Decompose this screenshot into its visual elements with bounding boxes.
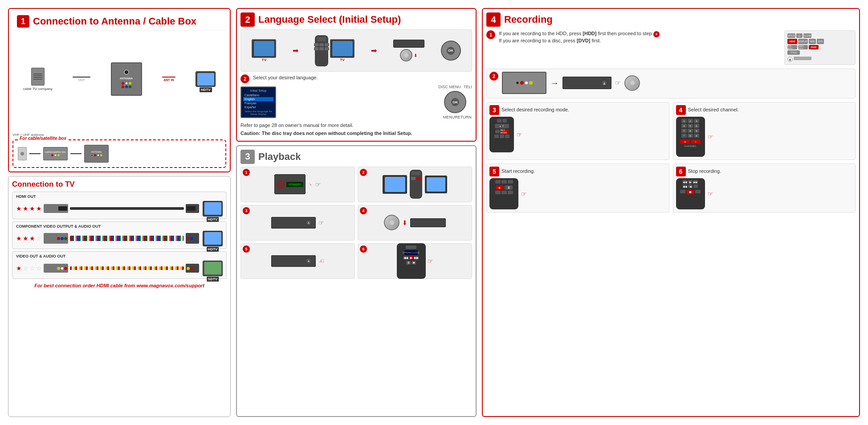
- disc-menu-label: DISC MENU: [787, 45, 797, 49]
- rec6-prev2[interactable]: ◀: [688, 184, 693, 188]
- power-btn-icon[interactable]: ⏻: [277, 180, 285, 188]
- num-5[interactable]: 5: [688, 124, 693, 128]
- num-star[interactable]: *: [681, 134, 687, 138]
- pb5-close-btn[interactable]: ▲: [306, 258, 312, 264]
- rec6-ffwd[interactable]: ▶▶: [693, 180, 698, 184]
- num-4[interactable]: 4: [681, 124, 687, 128]
- composite-row-label: VIDEO OUT & AUDIO OUT: [16, 254, 223, 258]
- pb6-stop[interactable]: ■: [412, 261, 416, 265]
- cin2-y: [187, 267, 190, 270]
- num-8[interactable]: 8: [688, 129, 693, 133]
- lang-rb3: [325, 43, 329, 46]
- pb5-recorder: ▲: [271, 255, 316, 267]
- sdtv-screen: [204, 262, 221, 274]
- composite-connection-row: VIDEO OUT & AUDIO OUT ★ ☆ ☆ ☆: [12, 251, 227, 279]
- num-3[interactable]: 3: [694, 119, 699, 123]
- ch-up-btn[interactable]: +: [680, 139, 690, 144]
- rec-step1-text: If you are recording to the HDD, press […: [499, 30, 661, 44]
- lang-remote-top: [317, 37, 326, 41]
- sdtv-mini-tv: SDTV: [203, 261, 223, 276]
- hdd2-btn[interactable]: HDD: [809, 39, 816, 44]
- lang-rb6: [325, 47, 329, 50]
- port-b: [125, 86, 128, 88]
- pb6-next[interactable]: ▶▶: [414, 256, 419, 260]
- lang-dvd-disc-row: ⬇: [400, 49, 417, 61]
- pb6-prev[interactable]: ◀◀: [403, 256, 408, 260]
- dvd-btn-small[interactable]: DVD: [817, 39, 824, 44]
- hdtv-screen-comp: [204, 232, 221, 245]
- hdtv-mini-comp: HDTV: [203, 231, 223, 246]
- rec-mode-btn[interactable]: REC MODE: [501, 130, 509, 133]
- ant-in-label: ANT IN: [163, 78, 174, 82]
- pb-step5-num: 5: [243, 245, 250, 253]
- lang-tv2-label: TV: [340, 58, 344, 62]
- hdtv-screen: [204, 202, 221, 215]
- hdtv-label: HDTV: [200, 87, 212, 92]
- rec2-arrow: →: [550, 78, 559, 88]
- section4-column: 4 Recording 1 If you are recording to th…: [482, 8, 860, 417]
- title-btn[interactable]: TITLE: [787, 50, 800, 55]
- component-back-panel: [44, 233, 68, 244]
- rec5-remote: ● ⏸: [489, 178, 518, 209]
- rec2-open-btn[interactable]: ▲: [601, 80, 607, 86]
- timer-btn[interactable]: TIMER PROG: [798, 45, 808, 49]
- star-3: ★: [29, 205, 35, 212]
- num-2[interactable]: 2: [688, 119, 693, 123]
- cable-to-recorder: [70, 153, 82, 154]
- eject-icon[interactable]: ▲: [787, 57, 793, 62]
- rec-btn[interactable]: ●: [496, 185, 504, 190]
- comp-star-3: ★: [29, 235, 35, 242]
- section1-tv: Connection to TV HDMI OUT ★ ★ ★ ★: [8, 176, 231, 417]
- stop-btn[interactable]: ■: [686, 190, 694, 194]
- title-row: TITLE: [787, 50, 824, 55]
- pb3-open-btn[interactable]: ▲: [306, 220, 312, 226]
- display-btn[interactable]: DISPLAY: [798, 39, 808, 44]
- port-r: [122, 82, 124, 85]
- playback-grid: 1 ⏻ STANDBY → ☞ 2: [240, 167, 472, 279]
- section4-title-text: Recording: [504, 14, 553, 25]
- comp-star-1: ★: [16, 235, 22, 242]
- rec-step4-diagram: 1 2 3 4 5 6 7 8 9 * 0 #: [676, 117, 853, 157]
- component-diag-row: ★ ★ ★ ☆: [16, 231, 223, 246]
- comp2-star-4: ☆: [36, 265, 42, 272]
- num-1[interactable]: 1: [681, 119, 687, 123]
- num-7[interactable]: 7: [681, 129, 687, 133]
- hand-rec4: ☞: [708, 133, 713, 140]
- rec4-numpad: 1 2 3 4 5 6 7 8 9 * 0 #: [681, 119, 699, 138]
- pb-step5-content: ▲ ☞: [271, 255, 324, 267]
- clear-btn[interactable]: CLEAR: [803, 33, 811, 38]
- disc-menu-btn[interactable]: DISC MENU: [787, 45, 797, 49]
- num-6[interactable]: 6: [694, 124, 699, 128]
- pb6-pause[interactable]: ⏸: [406, 261, 411, 265]
- rec4-remote: 1 2 3 4 5 6 7 8 9 * 0 #: [676, 117, 705, 157]
- rec6-rwd[interactable]: ◀◀: [683, 184, 687, 188]
- dvd-btn[interactable]: DVD: [809, 45, 819, 49]
- lang-ok-btn[interactable]: OK: [447, 47, 455, 55]
- hdd-btn[interactable]: HDD: [787, 39, 797, 44]
- num-9[interactable]: 9: [694, 129, 699, 133]
- component-row-label: COMPONENT VIDEO OUTPUT & AUDIO OUT: [16, 224, 223, 229]
- rec5-top-row: [495, 180, 513, 184]
- hdd-dvd-btns: SPACE 0 CLEAR: [787, 33, 824, 62]
- zero-btn[interactable]: 0: [796, 33, 803, 38]
- lang-ok2[interactable]: OK: [451, 98, 459, 106]
- lang-nav-group: DISC MENU TELI OK MENU RETURN: [438, 85, 472, 119]
- mini-tv-antenna: HDTV: [196, 71, 216, 87]
- pb6-play[interactable]: ▶: [409, 256, 413, 260]
- num-0[interactable]: 0: [688, 134, 693, 138]
- rec-steps-3-4-grid: 3 Select desired recording mode. ▲▼: [486, 102, 856, 160]
- comp2-r: [64, 267, 67, 270]
- rec2-device: ▲: [562, 77, 611, 89]
- pb4-arrow: ⬇: [402, 219, 408, 226]
- rec6-play[interactable]: ▶: [688, 180, 693, 184]
- ch-dn-btn[interactable]: −: [691, 139, 701, 144]
- pause-btn[interactable]: ⏸: [505, 185, 513, 190]
- cable-line-3: [33, 77, 42, 78]
- hand-pointer-3: ☞: [318, 219, 324, 226]
- section1-column: 1 Connection to Antenna / Cable Box cabl…: [8, 8, 231, 417]
- num-hash[interactable]: #: [694, 134, 699, 138]
- rec3-btn5: [494, 135, 499, 138]
- rec6-prev[interactable]: ◀◀: [683, 180, 687, 184]
- ant-wire: [162, 77, 175, 78]
- space-btn[interactable]: SPACE: [787, 33, 795, 38]
